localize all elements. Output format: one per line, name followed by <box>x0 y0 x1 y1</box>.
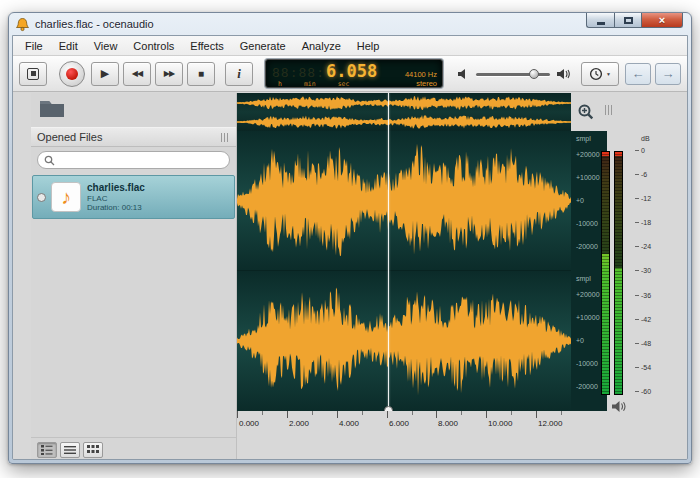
window-content: File Edit View Controls Effects Generate… <box>12 35 688 460</box>
folder-tab-button[interactable] <box>39 98 65 122</box>
rewind-button[interactable]: ◀◀ <box>123 62 151 86</box>
menu-item-file[interactable]: File <box>17 38 51 54</box>
go-to-start-icon <box>27 68 39 80</box>
forward-arrow-icon: → <box>662 66 675 81</box>
zoom-icon <box>577 103 595 121</box>
main-area: Opened Files ♪ <box>13 93 688 460</box>
menu-item-controls[interactable]: Controls <box>125 38 182 54</box>
menu-item-analyze[interactable]: Analyze <box>294 38 349 54</box>
search-icon <box>44 155 55 166</box>
menu-item-view[interactable]: View <box>86 38 126 54</box>
redo-forward-button[interactable]: → <box>655 63 681 85</box>
files-sidebar: Opened Files ♪ <box>31 93 237 460</box>
volume-down-icon[interactable] <box>457 68 470 80</box>
menu-item-help[interactable]: Help <box>349 38 388 54</box>
menu-item-generate[interactable]: Generate <box>232 38 294 54</box>
ruler-label: 4.000 <box>339 419 359 428</box>
play-button[interactable]: ▶ <box>91 62 119 86</box>
record-button[interactable] <box>59 61 85 87</box>
menubar: File Edit View Controls Effects Generate… <box>13 36 687 56</box>
db-unit-label: dB <box>641 135 650 142</box>
search-box[interactable] <box>37 151 230 169</box>
time-ruler[interactable]: 0.000 2.000 4.000 6.000 8.000 10.000 12.… <box>237 411 571 431</box>
audio-file-icon: ♪ <box>51 182 81 212</box>
view-grid-button[interactable] <box>83 442 103 458</box>
zoom-button[interactable] <box>575 101 597 123</box>
maximize-button[interactable] <box>614 13 641 28</box>
ruler-label: 2.000 <box>289 419 309 428</box>
menu-item-edit[interactable]: Edit <box>51 38 86 54</box>
minimize-button[interactable] <box>586 13 614 28</box>
output-mute-button[interactable] <box>611 399 627 417</box>
chevron-down-icon: ▼ <box>606 71 611 77</box>
grid-view-icon <box>87 445 99 455</box>
waveform-overview[interactable] <box>237 93 571 131</box>
lcd-time: 6.058 <box>326 61 377 81</box>
toolbar: ▶ ◀◀ ▶▶ ■ i 88:88: 6.058 44100 Hz stereo… <box>13 56 687 92</box>
search-input[interactable] <box>55 155 223 166</box>
fast-forward-button[interactable]: ▶▶ <box>155 62 183 86</box>
waveform-zone: smpl +20000 +10000 +0 -10000 -20000 smpl… <box>237 93 607 411</box>
menu-item-effects[interactable]: Effects <box>182 38 231 54</box>
list-view-icon <box>64 445 76 455</box>
db-scale: 0-6 -12-18 -24-30 -36-42 -48-54 -60 <box>635 147 669 395</box>
window-title: charlies.flac - ocenaudio <box>35 18 154 30</box>
titlebar[interactable]: charlies.flac - ocenaudio × <box>9 13 691 35</box>
folder-icon <box>39 98 65 118</box>
info-button[interactable]: i <box>225 62 253 86</box>
maximize-icon <box>624 17 633 24</box>
playhead <box>388 93 389 411</box>
ruler-major-ticks <box>237 411 571 418</box>
rewind-icon: ◀◀ <box>132 70 142 78</box>
stop-icon: ■ <box>198 69 204 79</box>
details-view-icon <box>41 445 53 455</box>
file-format: FLAC <box>87 194 145 203</box>
view-details-button[interactable] <box>37 442 57 458</box>
close-button[interactable]: × <box>641 13 683 28</box>
file-duration: Duration: 00:13 <box>87 203 145 212</box>
file-name: charlies.flac <box>87 182 145 194</box>
file-list: ♪ charlies.flac FLAC Duration: 00:13 <box>31 173 236 437</box>
desktop: charlies.flac - ocenaudio × File Edit Vi… <box>0 0 700 478</box>
view-mode-bar <box>31 437 236 460</box>
back-arrow-icon: ← <box>632 66 645 81</box>
ruler-label: 0.000 <box>239 419 259 428</box>
fast-forward-icon: ▶▶ <box>164 70 174 78</box>
meter-resize-handle[interactable] <box>605 105 614 115</box>
play-icon: ▶ <box>101 68 109 79</box>
clock-icon <box>589 67 603 81</box>
volume-slider[interactable] <box>476 68 550 80</box>
panel-header: Opened Files <box>31 127 236 147</box>
app-window: charlies.flac - ocenaudio × File Edit Vi… <box>8 12 692 464</box>
record-icon <box>66 68 78 80</box>
ruler-label: 6.000 <box>389 419 409 428</box>
level-meter-left <box>601 151 610 395</box>
go-to-start-button[interactable] <box>19 62 47 86</box>
timer-button[interactable]: ▼ <box>581 62 619 86</box>
volume-slider-track[interactable] <box>476 73 550 76</box>
ruler-label: 10.000 <box>488 419 512 428</box>
time-display: 88:88: 6.058 44100 Hz stereo hminsec <box>265 59 443 88</box>
lcd-ghost-digits: 88:88: <box>272 65 325 80</box>
ruler-label: 8.000 <box>438 419 458 428</box>
lcd-channel-mode: stereo <box>405 80 437 88</box>
info-icon: i <box>237 66 241 82</box>
ruler-label: 12.000 <box>538 419 562 428</box>
file-select-radio[interactable] <box>37 193 46 202</box>
minimize-icon <box>597 22 605 25</box>
waveform-canvas[interactable] <box>237 131 571 411</box>
close-icon: × <box>659 15 665 26</box>
volume-up-icon[interactable] <box>556 68 571 80</box>
undo-back-button[interactable]: ← <box>625 63 651 85</box>
file-row[interactable]: ♪ charlies.flac FLAC Duration: 00:13 <box>32 175 235 219</box>
volume-slider-thumb[interactable] <box>529 69 539 79</box>
level-meter-right <box>614 151 623 395</box>
app-bell-icon <box>15 17 30 32</box>
volume-group <box>457 68 571 80</box>
stop-button[interactable]: ■ <box>187 62 215 86</box>
panel-resize-handle[interactable] <box>221 133 230 142</box>
speaker-icon <box>611 400 627 413</box>
view-list-button[interactable] <box>60 442 80 458</box>
panel-title: Opened Files <box>37 131 102 143</box>
